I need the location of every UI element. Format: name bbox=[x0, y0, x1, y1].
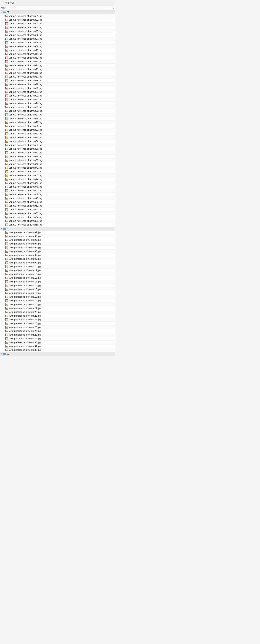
list-item[interactable]: various reference of norma07.jpg bbox=[0, 37, 115, 41]
list-item[interactable]: laying reference of norma07.jpg bbox=[0, 253, 115, 257]
list-item[interactable]: laying reference of norma16.jpg bbox=[0, 288, 115, 291]
list-item[interactable]: laying reference of norma05.jpg bbox=[0, 246, 115, 250]
list-item[interactable]: various reference of norma45.jpg bbox=[0, 181, 115, 185]
list-item[interactable]: various reference of norma43.jpg bbox=[0, 174, 115, 178]
list-item[interactable]: various reference of norma02.jpg bbox=[0, 18, 115, 22]
list-item[interactable]: various reference of norma47.jpg bbox=[0, 189, 115, 192]
folder-row[interactable]: ▼ 01 bbox=[0, 10, 115, 14]
list-item[interactable]: various reference of norma40.jpg bbox=[0, 162, 115, 166]
expand-triangle-icon[interactable]: ▶ bbox=[1, 353, 3, 355]
svg-rect-26 bbox=[6, 57, 8, 59]
list-item[interactable]: various reference of norma15.jpg bbox=[0, 68, 115, 71]
svg-point-59 bbox=[7, 118, 7, 118]
list-item[interactable]: various reference of norma20.jpg bbox=[0, 86, 115, 90]
list-item[interactable]: laying reference of norma26.jpg bbox=[0, 326, 115, 329]
list-item[interactable]: various reference of norma39.jpg bbox=[0, 158, 115, 162]
list-item[interactable]: various reference of norma29.jpg bbox=[0, 120, 115, 124]
list-item[interactable]: various reference of norma27.jpg bbox=[0, 113, 115, 117]
list-item[interactable]: laying reference of norma11.jpg bbox=[0, 268, 115, 272]
collapse-triangle-icon[interactable]: ▼ bbox=[1, 12, 3, 13]
list-item[interactable]: laying reference of norma19.jpg bbox=[0, 299, 115, 303]
list-item[interactable]: various reference of norma19.jpg bbox=[0, 82, 115, 86]
list-item[interactable]: various reference of norma38.jpg bbox=[0, 155, 115, 158]
list-item[interactable]: various reference of norma37.jpg bbox=[0, 151, 115, 155]
list-item[interactable]: various reference of norma56.jpg bbox=[0, 223, 115, 227]
list-item[interactable]: laying reference of norma32.jpg bbox=[0, 348, 115, 352]
list-item[interactable]: various reference of norma10.jpg bbox=[0, 48, 115, 52]
list-item[interactable]: various reference of norma54.jpg bbox=[0, 216, 115, 219]
list-item[interactable]: various reference of norma35.jpg bbox=[0, 143, 115, 147]
list-item[interactable]: laying reference of norma24.jpg bbox=[0, 318, 115, 322]
list-item[interactable]: various reference of norma48.jpg bbox=[0, 192, 115, 196]
list-item[interactable]: laying reference of norma04.jpg bbox=[0, 242, 115, 246]
list-item[interactable]: various reference of norma22.jpg bbox=[0, 94, 115, 98]
list-item[interactable]: laying reference of norma17.jpg bbox=[0, 291, 115, 295]
list-item[interactable]: various reference of norma18.jpg bbox=[0, 79, 115, 82]
list-item[interactable]: various reference of norma32.jpg bbox=[0, 132, 115, 136]
list-item[interactable]: various reference of norma08.jpg bbox=[0, 41, 115, 45]
list-item[interactable]: laying reference of norma31.jpg bbox=[0, 344, 115, 348]
list-item[interactable]: various reference of norma52.jpg bbox=[0, 208, 115, 212]
list-item[interactable]: various reference of norma05.jpg bbox=[0, 30, 115, 33]
list-item[interactable]: various reference of norma24.jpg bbox=[0, 102, 115, 105]
list-item[interactable]: various reference of norma04.jpg bbox=[0, 26, 115, 30]
list-item[interactable]: laying reference of norma15.jpg bbox=[0, 284, 115, 288]
folder-row[interactable]: ▶ 03 bbox=[0, 352, 115, 356]
list-item[interactable]: laying reference of norma02.jpg bbox=[0, 234, 115, 238]
list-item[interactable]: various reference of norma42.jpg bbox=[0, 170, 115, 174]
list-item[interactable]: various reference of norma49.jpg bbox=[0, 196, 115, 200]
folder-row[interactable]: ▼ 02 bbox=[0, 227, 115, 230]
list-item[interactable]: various reference of norma36.jpg bbox=[0, 147, 115, 151]
list-item[interactable]: laying reference of norma28.jpg bbox=[0, 333, 115, 337]
list-item[interactable]: laying reference of norma03.jpg bbox=[0, 238, 115, 242]
list-item[interactable]: various reference of norma01.jpg bbox=[0, 14, 115, 18]
list-item[interactable]: laying reference of norma10.jpg bbox=[0, 265, 115, 268]
list-item[interactable]: various reference of norma51.jpg bbox=[0, 204, 115, 208]
list-item[interactable]: various reference of norma26.jpg bbox=[0, 109, 115, 113]
list-item[interactable]: various reference of norma16.jpg bbox=[0, 71, 115, 75]
list-item[interactable]: various reference of norma30.jpg bbox=[0, 124, 115, 128]
list-item[interactable]: laying reference of norma14.jpg bbox=[0, 280, 115, 284]
list-item[interactable]: laying reference of norma01.jpg bbox=[0, 230, 115, 234]
list-item[interactable]: various reference of norma23.jpg bbox=[0, 98, 115, 102]
list-item[interactable]: various reference of norma17.jpg bbox=[0, 75, 115, 79]
list-item[interactable]: various reference of norma44.jpg bbox=[0, 178, 115, 181]
list-item[interactable]: various reference of norma25.jpg bbox=[0, 105, 115, 109]
list-item[interactable]: various reference of norma21.jpg bbox=[0, 90, 115, 94]
list-item[interactable]: various reference of norma13.jpg bbox=[0, 60, 115, 64]
list-item[interactable]: laying reference of norma27.jpg bbox=[0, 329, 115, 333]
list-item[interactable]: laying reference of norma23.jpg bbox=[0, 314, 115, 318]
list-item[interactable]: various reference of norma31.jpg bbox=[0, 128, 115, 132]
list-item[interactable]: various reference of norma12.jpg bbox=[0, 56, 115, 60]
svg-rect-44 bbox=[6, 91, 8, 93]
list-item[interactable]: various reference of norma53.jpg bbox=[0, 212, 115, 216]
list-item[interactable]: various reference of norma46.jpg bbox=[0, 185, 115, 189]
svg-point-115 bbox=[7, 224, 7, 224]
collapse-triangle-icon[interactable]: ▼ bbox=[1, 228, 3, 230]
list-item[interactable]: laying reference of norma22.jpg bbox=[0, 310, 115, 314]
list-item[interactable]: laying reference of norma30.jpg bbox=[0, 340, 115, 344]
list-item[interactable]: various reference of norma34.jpg bbox=[0, 140, 115, 143]
list-item[interactable]: various reference of norma14.jpg bbox=[0, 64, 115, 68]
list-item[interactable]: various reference of norma41.jpg bbox=[0, 166, 115, 170]
list-item[interactable]: laying reference of norma12.jpg bbox=[0, 272, 115, 276]
list-item[interactable]: laying reference of norma20.jpg bbox=[0, 303, 115, 306]
list-item[interactable]: various reference of norma11.jpg bbox=[0, 52, 115, 56]
list-item[interactable]: laying reference of norma18.jpg bbox=[0, 295, 115, 299]
list-item[interactable]: various reference of norma33.jpg bbox=[0, 136, 115, 140]
svg-rect-108 bbox=[6, 212, 8, 214]
list-item[interactable]: laying reference of norma29.jpg bbox=[0, 337, 115, 340]
list-item[interactable]: laying reference of norma06.jpg bbox=[0, 250, 115, 253]
list-item[interactable]: various reference of norma28.jpg bbox=[0, 117, 115, 120]
list-item[interactable]: laying reference of norma09.jpg bbox=[0, 261, 115, 265]
list-item[interactable]: various reference of norma09.jpg bbox=[0, 45, 115, 48]
list-item[interactable]: various reference of norma55.jpg bbox=[0, 219, 115, 223]
list-item[interactable]: laying reference of norma13.jpg bbox=[0, 276, 115, 280]
list-item[interactable]: laying reference of norma08.jpg bbox=[0, 257, 115, 261]
list-item[interactable]: various reference of norma06.jpg bbox=[0, 33, 115, 37]
list-item[interactable]: laying reference of norma25.jpg bbox=[0, 322, 115, 326]
list-item[interactable]: laying reference of norma21.jpg bbox=[0, 306, 115, 310]
list-item[interactable]: various reference of norma50.jpg bbox=[0, 200, 115, 204]
list-item[interactable]: various reference of norma03.jpg bbox=[0, 22, 115, 26]
file-name-label: various reference of norma46.jpg bbox=[9, 186, 42, 188]
